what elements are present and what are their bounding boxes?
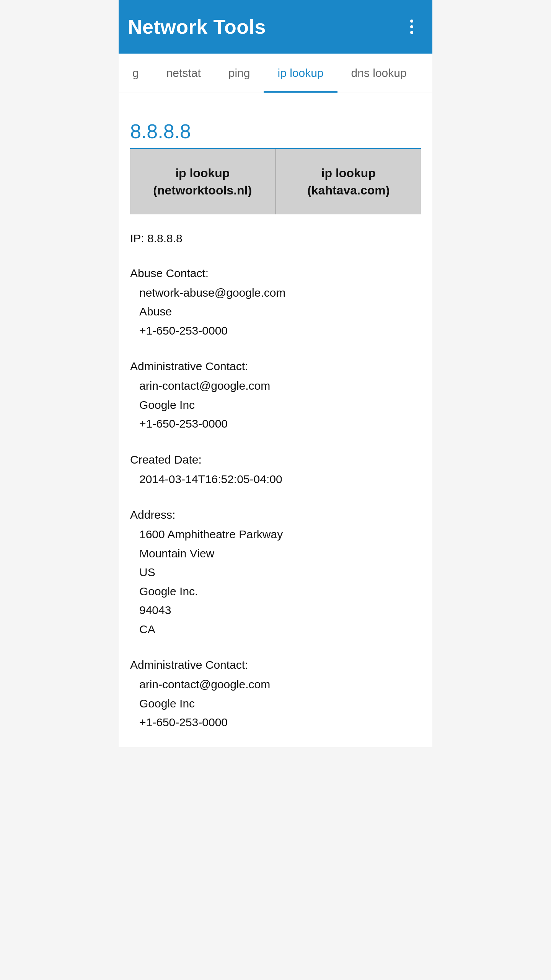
- admin-contact-2-label: Administrative Contact:: [130, 656, 421, 673]
- result-ip: IP: 8.8.8.8: [130, 230, 421, 247]
- result-created-date: Created Date: 2014-03-14T16:52:05-04:00: [130, 451, 421, 489]
- abuse-contact-values: network-abuse@google.com Abuse +1-650-25…: [130, 283, 421, 340]
- admin-contact-1-values: arin-contact@google.com Google Inc +1-65…: [130, 376, 421, 433]
- address-values: 1600 Amphitheatre Parkway Mountain View …: [130, 525, 421, 639]
- address-org: Google Inc.: [139, 582, 421, 601]
- tab-g[interactable]: g: [119, 54, 153, 93]
- created-date-label: Created Date:: [130, 451, 421, 468]
- admin-contact-1-label: Administrative Contact:: [130, 358, 421, 375]
- tab-ping[interactable]: ping: [215, 54, 264, 93]
- created-date-value: 2014-03-14T16:52:05-04:00: [130, 470, 421, 489]
- more-options-icon[interactable]: [400, 15, 423, 38]
- address-city: Mountain View: [139, 544, 421, 563]
- admin-phone-1: +1-650-253-0000: [139, 414, 421, 433]
- app-title: Network Tools: [128, 15, 266, 38]
- lookup-kahtava-button[interactable]: ip lookup(kahtava.com): [276, 149, 421, 214]
- tab-ip-lookup[interactable]: ip lookup: [264, 54, 337, 93]
- admin-phone-2: +1-650-253-0000: [139, 713, 421, 732]
- abuse-contact-label: Abuse Contact:: [130, 265, 421, 282]
- result-admin-contact-1: Administrative Contact: arin-contact@goo…: [130, 358, 421, 433]
- admin-name-2: Google Inc: [139, 694, 421, 713]
- address-street: 1600 Amphitheatre Parkway: [139, 525, 421, 544]
- buttons-row: ip lookup(networktools.nl) ip lookup(kah…: [130, 149, 421, 214]
- ip-input-container: [130, 108, 421, 149]
- ip-input[interactable]: [130, 116, 421, 148]
- abuse-email: network-abuse@google.com: [139, 283, 421, 302]
- admin-email-2: arin-contact@google.com: [139, 675, 421, 694]
- admin-name-1: Google Inc: [139, 395, 421, 415]
- tab-dns-lookup[interactable]: dns lookup: [337, 54, 421, 93]
- main-content: ip lookup(networktools.nl) ip lookup(kah…: [119, 93, 432, 214]
- tab-bar: g netstat ping ip lookup dns lookup trac…: [119, 54, 432, 93]
- abuse-name: Abuse: [139, 302, 421, 321]
- ip-label: IP: 8.8.8.8: [130, 230, 421, 247]
- address-label: Address:: [130, 506, 421, 523]
- app-bar: Network Tools: [119, 0, 432, 54]
- result-address: Address: 1600 Amphitheatre Parkway Mount…: [130, 506, 421, 639]
- address-zip: 94043: [139, 601, 421, 620]
- abuse-phone: +1-650-253-0000: [139, 321, 421, 340]
- result-admin-contact-2: Administrative Contact: arin-contact@goo…: [130, 656, 421, 732]
- address-country: US: [139, 563, 421, 582]
- lookup-networktools-button[interactable]: ip lookup(networktools.nl): [130, 149, 276, 214]
- admin-email-1: arin-contact@google.com: [139, 376, 421, 395]
- results-section: IP: 8.8.8.8 Abuse Contact: network-abuse…: [119, 214, 432, 747]
- result-abuse-contact: Abuse Contact: network-abuse@google.com …: [130, 265, 421, 340]
- tab-traceroute[interactable]: traceroute: [421, 54, 432, 93]
- tab-netstat[interactable]: netstat: [153, 54, 215, 93]
- admin-contact-2-values: arin-contact@google.com Google Inc +1-65…: [130, 675, 421, 732]
- address-state: CA: [139, 620, 421, 639]
